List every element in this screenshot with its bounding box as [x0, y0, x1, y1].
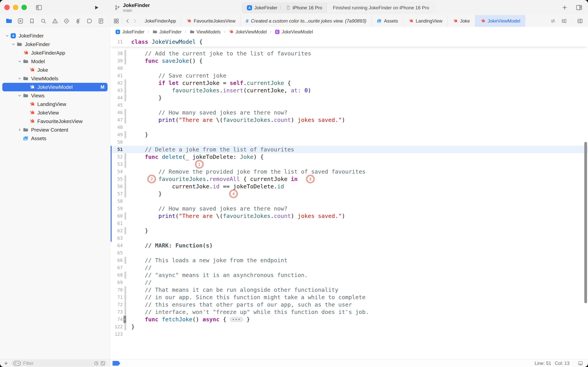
line-number[interactable]: 73	[110, 308, 123, 316]
line-number[interactable]: 40	[110, 65, 123, 72]
line-number[interactable]: 48	[110, 124, 123, 131]
line-number[interactable]: 41	[110, 72, 123, 79]
line-number[interactable]: 123	[110, 330, 123, 338]
run-button[interactable]	[94, 5, 100, 10]
line-number[interactable]: 44	[110, 94, 123, 101]
breadcrumb-item-jokefinder[interactable]: JokeFinder	[152, 29, 182, 35]
add-file-button[interactable]	[3, 361, 8, 366]
sidebar-item-jokefinder[interactable]: JokeFinder	[2, 40, 108, 49]
line-number[interactable]: 58	[110, 198, 123, 205]
code-line-39[interactable]: 39 func saveJoke() {	[110, 57, 588, 65]
sidebar-item-jokeviewmodel[interactable]: JokeViewModelM	[2, 83, 108, 91]
code-line-61[interactable]: 61	[110, 220, 588, 227]
breadcrumb-item-viewmodels[interactable]: ViewModels	[190, 29, 221, 35]
fold-marker-icon[interactable]	[124, 316, 126, 323]
code-line-60[interactable]: 60 print("There are \(favouriteJokes.cou…	[110, 212, 588, 220]
navigator-reports-icon[interactable]	[97, 17, 104, 25]
line-number[interactable]: 49	[110, 131, 123, 138]
sidebar-item-jokefinderapp[interactable]: JokeFinderApp	[2, 49, 108, 57]
line-number[interactable]: 68	[110, 271, 123, 279]
code-line-73[interactable]: 73 // interface, won't "freeze up" while…	[110, 308, 588, 316]
line-number[interactable]: 71	[110, 293, 123, 301]
add-editor-icon[interactable]	[577, 18, 583, 24]
line-number[interactable]: 56	[110, 183, 123, 190]
code-line-47[interactable]: 47 print("There are \(favouriteJokes.cou…	[110, 116, 588, 124]
sidebar-item-assets[interactable]: Assets	[2, 134, 108, 143]
line-number[interactable]: 62	[110, 227, 123, 234]
navigator-debug-icon[interactable]	[75, 17, 82, 25]
line-number[interactable]: 122	[110, 323, 123, 330]
navigator-bookmarks-icon[interactable]	[28, 17, 35, 25]
code-line-59[interactable]: 59 // How many saved jokes are there now…	[110, 205, 588, 212]
tab-landingview[interactable]: LandingView	[403, 15, 448, 27]
code-line-58[interactable]: 58	[110, 198, 588, 205]
line-number[interactable]: 45	[110, 101, 123, 109]
line-number[interactable]: 60	[110, 212, 123, 220]
line-number[interactable]: 74	[110, 316, 123, 323]
line-number[interactable]: 52	[110, 153, 123, 161]
line-number[interactable]: 72	[110, 301, 123, 308]
code-line-70[interactable]: 70 // That means it can be run alongside…	[110, 286, 588, 293]
toggle-inspector-icon[interactable]	[576, 4, 583, 11]
minimize-button[interactable]	[13, 5, 18, 10]
related-items-icon[interactable]	[113, 18, 119, 24]
line-number[interactable]: 46	[110, 109, 123, 116]
code-line-42[interactable]: 42 if let currentJoke = self.currentJoke…	[110, 79, 588, 87]
navigator-breakpoints-icon[interactable]	[86, 17, 93, 25]
line-number[interactable]: 70	[110, 286, 123, 293]
sidebar-item-model[interactable]: Model	[2, 57, 108, 66]
line-number[interactable]: 61	[110, 220, 123, 227]
navigator-find-icon[interactable]	[40, 17, 47, 25]
line-number[interactable]: 42	[110, 79, 123, 87]
zoom-button[interactable]	[21, 5, 27, 10]
disclosure-right-icon[interactable]	[17, 128, 23, 132]
code-line-44[interactable]: 44 }	[110, 94, 588, 101]
recents-filter-icon[interactable]	[94, 361, 99, 366]
code-line-54[interactable]: 54 // Remove the provided joke from the …	[110, 168, 588, 175]
code-line-55[interactable]: 55 favouriteJokes.removeAll { currentJok…	[110, 175, 588, 183]
line-number[interactable]: 38	[110, 50, 123, 57]
code-fold-ellipsis[interactable]: •••	[230, 317, 243, 322]
code-line-46[interactable]: 46 // How many saved jokes are there now…	[110, 109, 588, 116]
go-forward-button[interactable]	[132, 18, 138, 24]
tab-created-a-custom-color-to-ourite-jokes-v[interactable]: #Created a custom color to...ourite joke…	[241, 15, 372, 27]
code-line-69[interactable]: 69 //	[110, 279, 588, 286]
breakpoint-indicator[interactable]	[112, 361, 121, 366]
line-number[interactable]: 39	[110, 57, 123, 65]
line-number[interactable]: 53	[110, 161, 123, 168]
run-destination[interactable]: A JokeFinder 〉 iPhone 16 Pro	[242, 3, 327, 13]
disclosure-down-icon[interactable]	[4, 34, 10, 38]
line-number[interactable]: 59	[110, 205, 123, 212]
code-line-68[interactable]: 68 // "async" means it is an asynchronou…	[110, 271, 588, 279]
go-back-button[interactable]	[125, 18, 131, 24]
disclosure-down-icon[interactable]	[17, 76, 23, 81]
navigator-project-icon[interactable]	[5, 17, 12, 25]
sidebar-item-preview-content[interactable]: Preview Content	[2, 125, 108, 134]
code-line-66[interactable]: 66 // This loads a new joke from the end…	[110, 257, 588, 264]
code-line-11[interactable]: 11class JokeViewModel {	[110, 38, 203, 45]
code-line-38[interactable]: 38 // Add the current joke to the list o…	[110, 50, 588, 57]
line-number[interactable]: 67	[110, 264, 123, 271]
code-line-45[interactable]: 45	[110, 101, 588, 109]
navigator-tests-icon[interactable]	[63, 17, 70, 25]
code-line-63[interactable]: 63	[110, 234, 588, 242]
code-line-67[interactable]: 67 //	[110, 264, 588, 271]
sidebar-item-jokefinder[interactable]: AJokeFinder	[2, 32, 108, 40]
line-number[interactable]: 63	[110, 234, 123, 242]
code-line-72[interactable]: 72 // this ensures that other parts of o…	[110, 301, 588, 308]
code-line-48[interactable]: 48	[110, 124, 588, 131]
sidebar-item-viewmodels[interactable]: ViewModels	[2, 74, 108, 83]
tab-jokefinderapp[interactable]: JokeFinderApp	[140, 15, 181, 27]
sidebar-item-favouritejokesview[interactable]: FavouriteJokesView	[2, 117, 108, 125]
disclosure-down-icon[interactable]	[10, 42, 16, 46]
code-line-122[interactable]: 122}	[110, 323, 588, 330]
code-line-74[interactable]: 74 func fetchJoke() async { ••• }	[110, 316, 588, 323]
add-tab-button[interactable]	[562, 4, 568, 11]
line-number[interactable]: 43	[110, 87, 123, 94]
line-number[interactable]: 55	[110, 175, 123, 183]
swap-editor-icon[interactable]	[550, 18, 556, 24]
code-line-64[interactable]: 64 // MARK: Function(s)	[110, 242, 588, 249]
tab-joke[interactable]: Joke	[448, 15, 475, 27]
scrollbar-thumb[interactable]	[584, 142, 587, 303]
filter-input[interactable]	[23, 360, 92, 366]
